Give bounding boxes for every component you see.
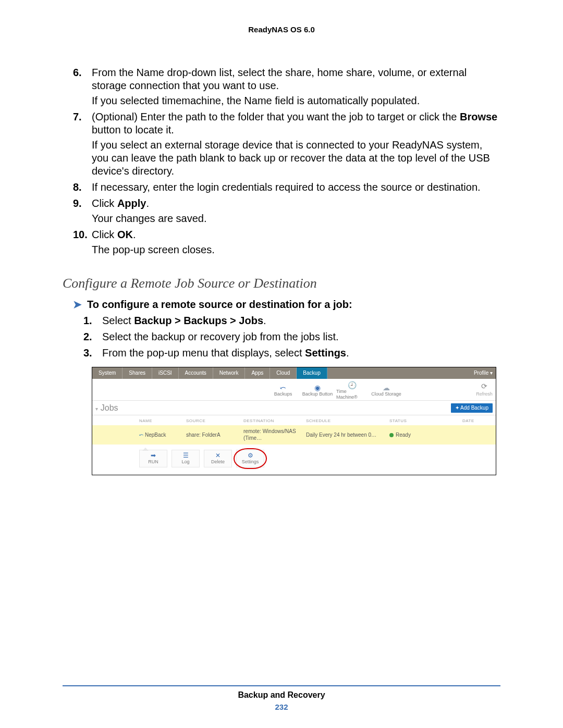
- job-status-text: Ready: [396, 432, 411, 439]
- delete-icon: ✕: [215, 452, 221, 459]
- job-actions-popup: ➡ RUN ☰ Log ✕ Delete ⚙ Settings: [139, 450, 496, 467]
- tab-network[interactable]: Network: [213, 367, 246, 379]
- tab-accounts[interactable]: Accounts: [179, 367, 213, 379]
- task-step-1-text: Select Backup > Backups > Jobs.: [102, 314, 500, 327]
- job-destination: remote: Windows/NAS (Time…: [243, 428, 306, 441]
- toolbar-cloud-storage-label: Cloud Storage: [371, 391, 401, 397]
- step-6: 6. From the Name drop-down list, select …: [73, 66, 500, 92]
- step-10-number: 10.: [73, 228, 92, 241]
- jobs-header: Jobs ✦ Add Backup: [92, 401, 496, 415]
- toolbar-refresh[interactable]: ⟳ Refresh: [473, 382, 496, 397]
- footer-rule: [63, 685, 500, 686]
- tab-shares[interactable]: Shares: [123, 367, 152, 379]
- job-name: NepBack: [145, 432, 166, 439]
- step-10-post: .: [133, 229, 136, 240]
- toolbar-time-machine-label: Time Machine®: [336, 389, 368, 401]
- column-headers: NAME SOURCE DESTINATION SCHEDULE STATUS …: [92, 415, 496, 425]
- chevron-right-icon: ➤: [73, 298, 82, 311]
- backup-button-icon: ◉: [314, 384, 321, 391]
- job-arrow-icon: ⤺: [139, 432, 143, 439]
- jobs-section-label[interactable]: Jobs: [95, 403, 118, 413]
- step-7-text: (Optional) Enter the path to the folder …: [92, 110, 500, 137]
- task-step-3-post: .: [346, 347, 349, 359]
- step-9-sub: Your changes are saved.: [92, 212, 500, 225]
- task-step-1-number: 1.: [83, 314, 102, 327]
- toolbar-time-machine[interactable]: 🕘 Time Machine®: [336, 379, 368, 401]
- run-icon: ➡: [151, 452, 156, 459]
- task-step-1-bold: Backup > Backups > Jobs: [134, 315, 263, 326]
- col-source: SOURCE: [186, 418, 243, 424]
- step-7-post: button to locate it.: [92, 124, 174, 135]
- page-footer: Backup and Recovery 232: [0, 690, 563, 712]
- task-line: ➤ To configure a remote source or destin…: [73, 298, 500, 311]
- toolbar-refresh-label: Refresh: [476, 391, 493, 397]
- col-schedule: SCHEDULE: [306, 418, 389, 424]
- action-run[interactable]: ➡ RUN: [139, 450, 167, 467]
- step-6-text: From the Name drop-down list, select the…: [92, 66, 500, 92]
- toolbar-backup-button[interactable]: ◉ Backup Button: [302, 382, 333, 397]
- toolbar-backups[interactable]: ⤺ Backups: [267, 382, 299, 397]
- action-delete-label: Delete: [211, 459, 225, 465]
- section-heading: Configure a Remote Job Source or Destina…: [63, 275, 500, 292]
- step-10: 10. Click OK.: [73, 228, 500, 241]
- cloud-icon: ☁: [383, 384, 390, 391]
- settings-gear-icon: ⚙: [248, 452, 253, 459]
- action-settings[interactable]: ⚙ Settings: [236, 450, 264, 467]
- action-settings-label: Settings: [242, 459, 259, 465]
- job-status: Ready: [389, 432, 462, 439]
- screenshot-figure: System Shares iSCSI Accounts Network App…: [92, 367, 496, 475]
- task-step-2-number: 2.: [83, 330, 102, 343]
- step-7-number: 7.: [73, 110, 92, 137]
- action-run-label: RUN: [148, 459, 158, 465]
- action-log[interactable]: ☰ Log: [172, 450, 200, 467]
- toolbar: ⤺ Backups ◉ Backup Button 🕘 Time Machine…: [92, 379, 496, 401]
- running-header: ReadyNAS OS 6.0: [63, 25, 500, 35]
- tab-iscsi[interactable]: iSCSI: [152, 367, 179, 379]
- task-step-1-pre: Select: [102, 315, 134, 326]
- toolbar-cloud-storage[interactable]: ☁ Cloud Storage: [371, 382, 402, 397]
- tab-cloud[interactable]: Cloud: [270, 367, 297, 379]
- step-9: 9. Click Apply.: [73, 197, 500, 210]
- job-source: share: FolderA: [186, 432, 243, 439]
- log-icon: ☰: [183, 452, 189, 459]
- step-9-bold: Apply: [117, 198, 146, 209]
- task-step-3-pre: From the pop-up menu that displays, sele…: [102, 347, 305, 359]
- action-delete[interactable]: ✕ Delete: [204, 450, 232, 467]
- step-10-bold: OK: [117, 229, 133, 240]
- task-step-3-number: 3.: [83, 347, 102, 360]
- tab-apps[interactable]: Apps: [245, 367, 270, 379]
- job-row[interactable]: ⤺ NepBack share: FolderA remote: Windows…: [92, 425, 496, 445]
- tab-spacer: [327, 367, 471, 379]
- step-8-text: If necessary, enter the login credential…: [92, 181, 500, 194]
- step-6-sub: If you selected timemachine, the Name fi…: [92, 94, 500, 107]
- add-backup-button[interactable]: ✦ Add Backup: [451, 403, 493, 413]
- step-7-pre: (Optional) Enter the path to the folder …: [92, 111, 460, 122]
- step-9-pre: Click: [92, 198, 117, 209]
- step-9-post: .: [146, 198, 149, 209]
- job-schedule: Daily Every 24 hr between 0…: [306, 432, 389, 439]
- step-9-number: 9.: [73, 197, 92, 210]
- task-step-1-post: .: [263, 315, 266, 326]
- task-text: To configure a remote source or destinat…: [87, 298, 352, 311]
- step-10-text: Click OK.: [92, 228, 500, 241]
- tab-backup[interactable]: Backup: [297, 367, 327, 379]
- col-date: DATE: [462, 418, 504, 424]
- step-10-sub: The pop-up screen closes.: [92, 243, 500, 256]
- step-8: 8. If necessary, enter the login credent…: [73, 181, 500, 194]
- step-8-number: 8.: [73, 181, 92, 194]
- step-7: 7. (Optional) Enter the path to the fold…: [73, 110, 500, 137]
- step-6-number: 6.: [73, 66, 92, 92]
- task-step-2: 2. Select the backup or recovery job fro…: [83, 330, 500, 343]
- col-destination: DESTINATION: [243, 418, 306, 424]
- step-9-text: Click Apply.: [92, 197, 500, 210]
- step-7-sub: If you select an external storage device…: [92, 139, 500, 178]
- toolbar-backup-button-label: Backup Button: [302, 391, 333, 397]
- task-step-3-bold: Settings: [305, 347, 346, 359]
- toolbar-backups-label: Backups: [274, 391, 292, 397]
- task-step-1: 1. Select Backup > Backups > Jobs.: [83, 314, 500, 327]
- tab-system[interactable]: System: [92, 367, 123, 379]
- time-machine-icon: 🕘: [348, 381, 357, 389]
- main-tab-bar: System Shares iSCSI Accounts Network App…: [92, 367, 496, 379]
- footer-title: Backup and Recovery: [0, 690, 563, 700]
- profile-menu[interactable]: Profile ▾: [471, 367, 496, 379]
